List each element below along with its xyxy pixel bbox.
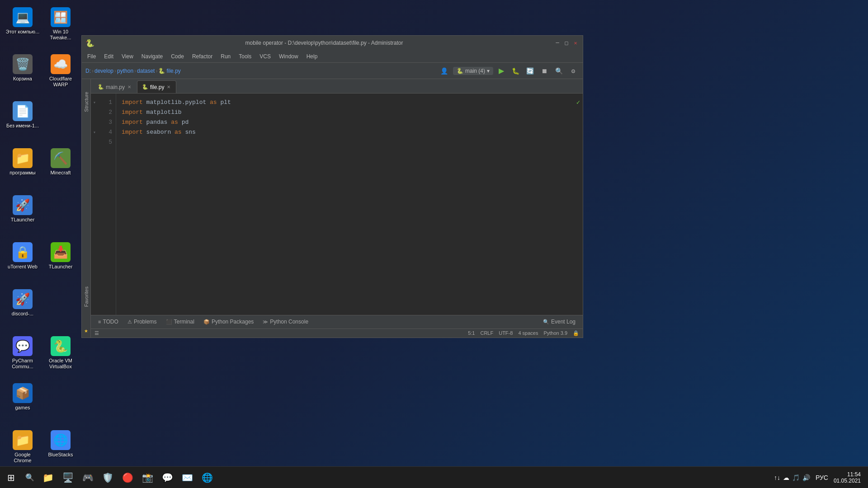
desktop-icon-korzina[interactable]: 🗑️ Корзина <box>5 52 41 97</box>
menu-view[interactable]: View <box>118 52 137 61</box>
breadcrumb-dataset[interactable]: dataset <box>137 68 155 74</box>
bottom-tab-problems[interactable]: ⚠ Problems <box>124 317 160 326</box>
breadcrumb-python[interactable]: python <box>117 68 133 74</box>
desktop-icon-minecraft[interactable]: ⛏️ Minecraft <box>42 145 79 191</box>
menu-refactor[interactable]: Refactor <box>189 52 216 61</box>
favorites-label-container: Favorites <box>82 283 91 310</box>
status-linesep[interactable]: CRLF <box>480 330 493 336</box>
taskbar-icon-photos[interactable]: 📸 <box>137 467 157 488</box>
menu-edit[interactable]: Edit <box>100 52 117 61</box>
settings-button[interactable]: ⚙ <box>567 65 579 77</box>
icon-etot-pk-label: Этот компью... <box>6 29 40 35</box>
desktop-icon-tlauncher2[interactable]: 🚀 discord-... <box>5 286 41 332</box>
taskbar-icon-mail[interactable]: ✉️ <box>177 467 197 488</box>
empty-slot4 <box>42 380 79 426</box>
bottom-tab-console[interactable]: ≫ Python Console <box>259 317 312 326</box>
menu-run[interactable]: Run <box>217 52 234 61</box>
structure-label[interactable]: Structure <box>83 88 90 116</box>
todo-icon: ≡ <box>98 319 101 324</box>
taskbar-clock[interactable]: 11:54 01.05.2021 <box>830 471 864 484</box>
fold-2 <box>91 107 98 117</box>
menu-navigate[interactable]: Navigate <box>138 52 166 61</box>
fold-1[interactable]: ▾ <box>91 97 98 107</box>
taskbar-icon-defender[interactable]: 🛡️ <box>98 467 118 488</box>
stop-button[interactable]: ⏹ <box>538 65 550 77</box>
desktop-icon-cloudflare[interactable]: ☁️ Cloudflare WARP <box>42 52 79 97</box>
menu-window[interactable]: Window <box>275 52 302 61</box>
desktop-icon-oraclevm[interactable]: 📦 games <box>5 380 41 426</box>
desktop-icon-win10[interactable]: 🪟 Win 10 Tweake... <box>42 5 79 50</box>
tab-filepy[interactable]: 🐍 file.py ✕ <box>137 80 176 93</box>
empty-slot2 <box>42 192 79 238</box>
tab-filepy-close[interactable]: ✕ <box>166 84 171 90</box>
taskbar-icon-chrome[interactable]: 🌐 <box>197 467 217 488</box>
debug-button[interactable]: 🐛 <box>509 65 521 77</box>
breadcrumb-sep1: › <box>92 68 94 74</box>
icon-tlauncher2-img: 🚀 <box>13 289 33 309</box>
bottom-tab-todo[interactable]: ≡ TODO <box>94 317 122 326</box>
icon-games-img: 📁 <box>13 430 33 450</box>
desktop-icon-chromehc[interactable]: 🔒 uTorrent Web <box>5 239 41 285</box>
favorites-label[interactable]: Favorites <box>83 283 90 310</box>
tab-mainpy[interactable]: 🐍 main.py ✕ <box>93 80 137 93</box>
search-everywhere-button[interactable]: 🔍 <box>553 65 565 77</box>
status-indent[interactable]: 4 spaces <box>518 330 538 336</box>
desktop-icon-games[interactable]: 📁 Google Chrome <box>5 427 41 473</box>
file-python-icon: 🐍 <box>158 68 165 74</box>
menu-tools[interactable]: Tools <box>235 52 255 61</box>
icon-chromehc-img: 🔒 <box>13 242 33 262</box>
event-log-tab[interactable]: 🔍 Event Log <box>539 317 579 326</box>
taskbar-search-button[interactable]: 🔍 <box>22 467 38 488</box>
menu-code[interactable]: Code <box>167 52 188 61</box>
desktop-icon-etot-pk[interactable]: 💻 Этот компью... <box>5 5 41 50</box>
taskbar-icon-explorer[interactable]: 📁 <box>38 467 58 488</box>
editor-area: 🐍 main.py ✕ 🐍 file.py ✕ ▾ <box>91 79 583 338</box>
desktop-icon-bezimeni[interactable]: 📄 Без имени-1... <box>5 99 41 144</box>
breadcrumb-filename[interactable]: file.py <box>166 68 180 74</box>
desktop-icon-tlauncher[interactable]: 🚀 TLauncher <box>5 192 41 238</box>
taskbar-icon-store[interactable]: 🎮 <box>78 467 98 488</box>
favorites-star-icon[interactable]: ★ <box>84 327 88 334</box>
desktop-icon-discord[interactable]: 💬 PyCharm Commu... <box>5 333 41 379</box>
taskbar-icon-discord[interactable]: 💬 <box>157 467 177 488</box>
run-config-selector[interactable]: 🐍 main (4) ▾ <box>453 67 493 75</box>
code-content[interactable]: import matplotlib.pyplot as plt import m… <box>116 94 574 315</box>
taskbar-icon-palpoak[interactable]: 🔴 <box>118 467 137 488</box>
menu-help[interactable]: Help <box>303 52 321 61</box>
run-button[interactable]: ▶ <box>496 66 507 76</box>
tab-mainpy-close[interactable]: ✕ <box>127 84 132 90</box>
status-position[interactable]: 5:1 <box>468 330 475 336</box>
left-side-panel: Structure Favorites ★ <box>82 79 91 338</box>
status-encoding[interactable]: UTF-8 <box>499 330 513 336</box>
cloudflare-tray-icon[interactable]: ☁ <box>783 474 789 481</box>
menu-file[interactable]: File <box>84 52 99 61</box>
start-button[interactable]: ⊞ <box>0 467 22 488</box>
breadcrumb-file[interactable]: 🐍 file.py <box>158 68 180 74</box>
bottom-tabs: ≡ TODO ⚠ Problems ⬛ Terminal 📦 <box>91 315 583 328</box>
code-line-2: import matplotlib <box>122 107 570 117</box>
maximize-button[interactable]: □ <box>563 39 570 47</box>
code-editor[interactable]: ▾ ▾ 1 2 3 4 5 <box>91 94 583 315</box>
status-python[interactable]: Python 3.9 <box>543 330 567 336</box>
lang-indicator[interactable]: РУС <box>816 474 828 481</box>
menu-vcs[interactable]: VCS <box>256 52 274 61</box>
reload-button[interactable]: 🔄 <box>524 65 536 77</box>
desktop-icon-programmy[interactable]: 📁 программы <box>5 145 41 191</box>
bottom-tab-packages[interactable]: 📦 Python Packages <box>200 317 257 326</box>
audio-icon[interactable]: 🎵 <box>792 474 800 481</box>
desktop-icon-pycharm[interactable]: 🐍 Oracle VM VirtualBox <box>42 333 79 379</box>
desktop-icon-utorrent[interactable]: 📥 TLauncher <box>42 239 79 285</box>
code-line-5 <box>122 137 570 147</box>
packages-icon: 📦 <box>203 319 210 325</box>
desktop-icon-googlechrome[interactable]: 🌐 BlueStacks <box>42 427 79 473</box>
bottom-tab-terminal[interactable]: ⬛ Terminal <box>162 317 198 326</box>
breadcrumb-develop[interactable]: develop <box>94 68 113 74</box>
status-sidebar-toggle[interactable]: ☰ <box>94 330 99 336</box>
close-button[interactable]: ✕ <box>572 39 579 47</box>
fold-4[interactable]: ▾ <box>91 127 98 137</box>
taskbar-icon-edge[interactable]: 🖥️ <box>58 467 78 488</box>
breadcrumb-drive[interactable]: D: <box>85 68 91 74</box>
volume-icon[interactable]: 🔊 <box>802 474 810 481</box>
minimize-button[interactable]: ─ <box>554 39 561 47</box>
profile-button[interactable]: 👤 <box>439 65 450 77</box>
